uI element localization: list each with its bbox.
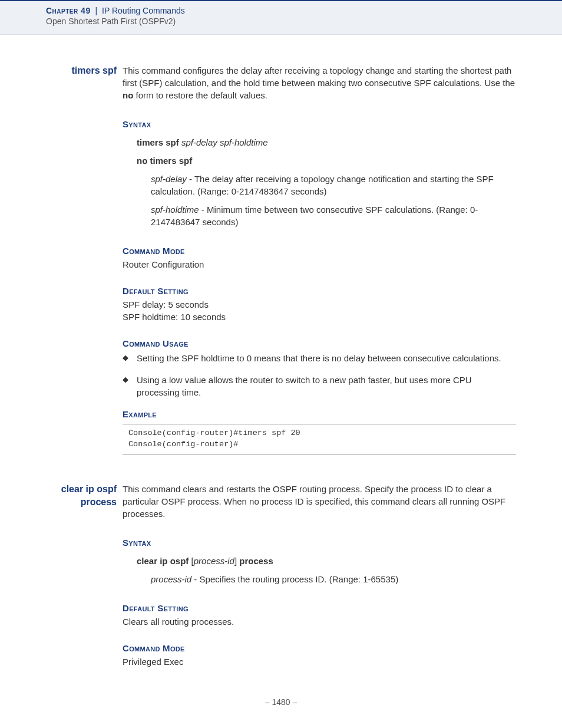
syntax-cmd-2: process [239, 556, 273, 566]
example-heading: Example [123, 408, 516, 420]
default-line-2: SPF holdtime: 10 seconds [123, 311, 516, 323]
command-mode-heading: Command Mode [123, 245, 516, 257]
param-text: - Minimum time between two consecutive S… [151, 205, 478, 227]
document-page: Chapter 49 | IP Routing Commands Open Sh… [0, 0, 562, 728]
syntax-line-2: no timers spf [137, 154, 516, 167]
default-line-1: SPF delay: 5 seconds [123, 298, 516, 311]
page-footer: – 1480 – [0, 697, 562, 707]
header-subtitle: Open Shortest Path First (OSPFv2) [46, 17, 516, 26]
command-name-label: clear ip ospf process [46, 483, 123, 682]
command-mode-text: Privileged Exec [123, 655, 516, 668]
default-setting-heading: Default Setting [123, 602, 516, 614]
syntax-cmd-1: clear ip ospf [137, 556, 189, 566]
command-name-label: timers spf [46, 64, 123, 459]
command-timers-spf: timers spf This command configures the d… [46, 64, 516, 459]
usage-list: Setting the SPF holdtime to 0 means that… [123, 352, 516, 398]
param-text: - Specifies the routing process ID. (Ran… [191, 574, 398, 584]
param-name: process-id [151, 574, 191, 584]
syntax-line: clear ip ospf [process-id] process [137, 555, 516, 567]
param-name: spf-delay [151, 174, 187, 184]
page-header: Chapter 49 | IP Routing Commands Open Sh… [0, 0, 562, 35]
param-name: spf-holdtime [151, 205, 199, 215]
param-text: - The delay after receiving a topology c… [151, 174, 494, 196]
syntax-heading: Syntax [123, 536, 516, 549]
header-separator: | [95, 6, 98, 15]
param-process-id: process-id - Specifies the routing proce… [151, 573, 516, 585]
syntax-args: spf-delay spf-holdtime [181, 137, 268, 147]
param-spf-delay: spf-delay - The delay after receiving a … [151, 173, 516, 197]
default-setting-heading: Default Setting [123, 285, 516, 297]
usage-bullet-2: Using a low value allows the router to s… [123, 374, 516, 398]
command-mode-text: Router Configuration [123, 258, 516, 271]
syntax-arg: process-id [194, 556, 234, 566]
page-prefix: – [265, 697, 272, 707]
command-description: This command clears and restarts the OSP… [123, 483, 516, 520]
desc-no-keyword: no [123, 90, 133, 100]
command-clear-ip-ospf-process: clear ip ospf process This command clear… [46, 483, 516, 682]
syntax-line-1: timers spf spf-delay spf-holdtime [137, 136, 516, 149]
example-code-block: Console(config-router)#timers spf 20 Con… [123, 424, 516, 454]
header-title: IP Routing Commands [102, 6, 185, 15]
chapter-label: Chapter 49 [46, 6, 91, 15]
desc-text-1: This command configures the delay after … [123, 65, 515, 88]
default-setting-text: Clears all routing processes. [123, 615, 516, 628]
command-description: This command configures the delay after … [123, 64, 516, 101]
param-spf-holdtime: spf-holdtime - Minimum time between two … [151, 203, 516, 228]
command-mode-heading: Command Mode [123, 642, 516, 654]
page-number: 1480 [272, 697, 290, 707]
desc-text-2: form to restore the default values. [133, 90, 267, 100]
command-usage-heading: Command Usage [123, 337, 516, 350]
page-suffix: – [290, 697, 297, 707]
syntax-cmd: timers spf [137, 137, 179, 147]
usage-bullet-1: Setting the SPF holdtime to 0 means that… [123, 352, 516, 364]
command-body: This command configures the delay after … [123, 64, 516, 459]
syntax-heading: Syntax [123, 118, 516, 130]
syntax-no-cmd: no timers spf [137, 156, 192, 166]
header-top-line: Chapter 49 | IP Routing Commands [46, 6, 516, 15]
command-body: This command clears and restarts the OSP… [123, 483, 516, 682]
page-content: timers spf This command configures the d… [0, 35, 562, 682]
